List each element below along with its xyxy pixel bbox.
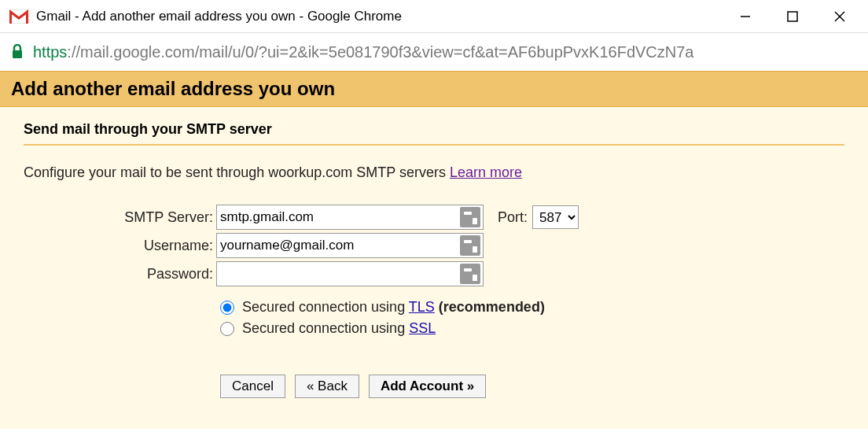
lastpass-icon[interactable] xyxy=(460,207,480,227)
password-label: Password: xyxy=(24,266,216,282)
window-controls xyxy=(733,4,852,29)
lastpass-icon[interactable] xyxy=(460,235,480,256)
learn-more-link[interactable]: Learn more xyxy=(450,164,522,180)
back-button[interactable]: « Back xyxy=(295,375,359,398)
info-text: Configure your mail to be sent through w… xyxy=(24,164,844,181)
ssl-radio[interactable] xyxy=(220,322,234,336)
add-account-button[interactable]: Add Account » xyxy=(369,375,486,398)
gmail-logo-icon xyxy=(9,9,28,24)
smtp-server-input[interactable] xyxy=(216,205,484,230)
close-icon xyxy=(834,11,845,22)
username-label: Username: xyxy=(24,238,216,254)
smtp-label: SMTP Server: xyxy=(24,209,216,226)
port-select[interactable]: 587 xyxy=(532,205,579,229)
username-row: Username: xyxy=(24,233,844,258)
username-input[interactable] xyxy=(216,233,484,258)
tls-radio[interactable] xyxy=(220,301,234,315)
url-domain: ://mail.google.com xyxy=(67,43,194,61)
password-input-wrap xyxy=(216,261,484,286)
minimize-button[interactable] xyxy=(733,4,758,29)
ssl-link[interactable]: SSL xyxy=(409,320,436,336)
lastpass-icon[interactable] xyxy=(460,264,480,284)
content-area: Send mail through your SMTP server Confi… xyxy=(0,107,868,429)
maximize-icon xyxy=(787,11,798,22)
svg-rect-2 xyxy=(788,12,797,21)
password-row: Password: xyxy=(24,261,844,286)
svg-rect-0 xyxy=(9,9,28,24)
url-protocol: https xyxy=(33,43,67,61)
cancel-button[interactable]: Cancel xyxy=(220,375,285,398)
smtp-row: SMTP Server: Port: 587 xyxy=(24,205,844,230)
address-bar[interactable]: https://mail.google.com/mail/u/0/?ui=2&i… xyxy=(0,33,868,71)
window-titlebar: Gmail - Add another email address you ow… xyxy=(0,0,868,33)
close-button[interactable] xyxy=(827,4,852,29)
tls-link[interactable]: TLS xyxy=(409,299,435,315)
page-header: Add another email address you own xyxy=(0,71,868,107)
ssl-option[interactable]: Secured connection using SSL xyxy=(220,320,844,337)
section-title: Send mail through your SMTP server xyxy=(24,121,844,144)
window-title: Gmail - Add another email address you ow… xyxy=(36,9,733,24)
lock-icon xyxy=(11,44,24,60)
svg-rect-5 xyxy=(13,50,22,58)
button-row: Cancel « Back Add Account » xyxy=(220,375,844,398)
port-label: Port: xyxy=(498,209,528,226)
password-input[interactable] xyxy=(216,261,484,286)
smtp-input-wrap xyxy=(216,205,484,230)
username-input-wrap xyxy=(216,233,484,258)
url-path: /mail/u/0/?ui=2&ik=5e081790f3&view=cf&at… xyxy=(195,43,694,61)
section-divider xyxy=(24,144,844,146)
tls-text: Secured connection using TLS (recommende… xyxy=(242,299,545,316)
security-options: Secured connection using TLS (recommende… xyxy=(220,299,844,337)
ssl-text: Secured connection using SSL xyxy=(242,320,436,337)
minimize-icon xyxy=(740,11,751,22)
page-title: Add another email address you own xyxy=(11,78,857,100)
info-prefix: Configure your mail to be sent through w… xyxy=(24,164,450,180)
tls-option[interactable]: Secured connection using TLS (recommende… xyxy=(220,299,844,316)
maximize-button[interactable] xyxy=(780,4,805,29)
